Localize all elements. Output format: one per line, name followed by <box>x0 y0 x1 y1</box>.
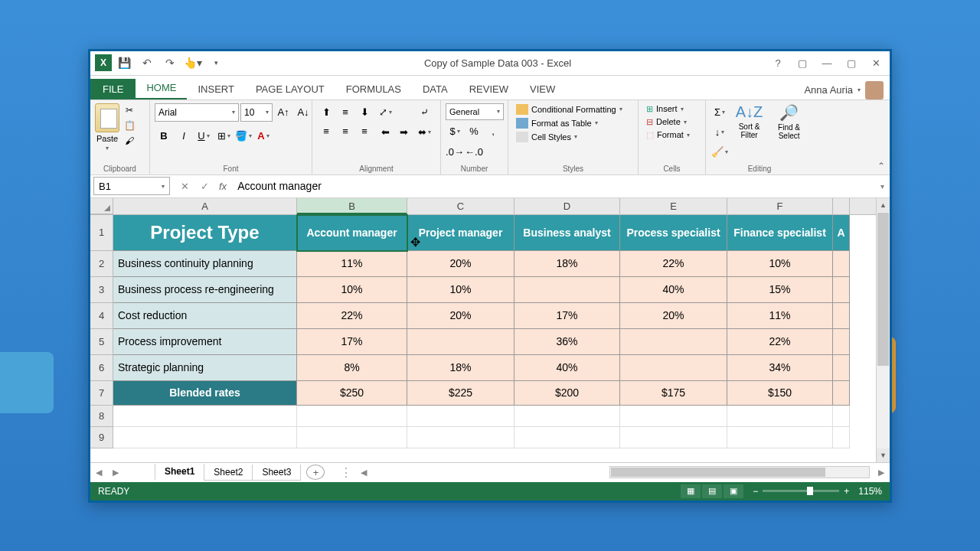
decrease-font-icon[interactable]: A↓ <box>294 103 312 122</box>
data-cell[interactable]: $200 <box>514 381 620 406</box>
data-cell[interactable] <box>833 277 850 303</box>
column-header-partial[interactable] <box>833 198 850 214</box>
increase-font-icon[interactable]: A↑ <box>274 103 292 122</box>
data-cell[interactable]: $225 <box>407 381 514 406</box>
column-header-B[interactable]: B <box>297 198 407 214</box>
data-cell[interactable] <box>620 329 727 355</box>
empty-cell[interactable] <box>407 406 514 427</box>
empty-cell[interactable] <box>297 427 407 448</box>
merge-center-icon[interactable]: ⬌ <box>415 123 433 142</box>
cut-icon[interactable]: ✂ <box>122 103 137 117</box>
data-cell[interactable]: 18% <box>407 355 514 381</box>
align-right-icon[interactable]: ≡ <box>355 122 374 141</box>
zoom-level[interactable]: 115% <box>858 486 882 497</box>
zoom-slider[interactable] <box>763 490 839 492</box>
align-center-icon[interactable]: ≡ <box>336 122 354 141</box>
row-label-cell[interactable]: Strategic planning <box>113 355 297 381</box>
row-header-5[interactable]: 5 <box>90 329 113 355</box>
align-top-icon[interactable]: ⬆ <box>317 103 335 122</box>
data-cell[interactable]: $175 <box>620 381 727 406</box>
data-cell[interactable]: 10% <box>727 251 833 277</box>
delete-cells-button[interactable]: ⊟Delete▾ <box>643 116 693 128</box>
zoom-in-icon[interactable]: + <box>844 486 849 497</box>
header-cell[interactable]: Project manager <box>407 215 514 251</box>
data-cell[interactable]: 34% <box>727 355 833 381</box>
data-cell[interactable]: 18% <box>514 251 620 277</box>
data-cell[interactable]: 10% <box>297 277 407 303</box>
tab-file[interactable]: FILE <box>90 79 136 99</box>
empty-cell[interactable] <box>407 427 514 448</box>
header-cell[interactable]: A <box>833 215 850 251</box>
tab-formulas[interactable]: FORMULAS <box>335 79 412 99</box>
insert-cells-button[interactable]: ⊞Insert▾ <box>643 103 693 115</box>
data-cell[interactable]: 20% <box>620 303 727 329</box>
data-cell[interactable]: 8% <box>297 355 407 381</box>
tab-view[interactable]: VIEW <box>519 79 566 99</box>
empty-cell[interactable] <box>514 427 620 448</box>
row-header-3[interactable]: 3 <box>90 277 113 303</box>
vertical-scrollbar[interactable]: ▲ ▼ <box>876 198 890 462</box>
format-cells-button[interactable]: ⬚Format▾ <box>643 129 693 141</box>
empty-cell[interactable] <box>833 406 850 427</box>
horizontal-scrollbar[interactable] <box>609 466 870 478</box>
font-size-select[interactable]: 10▾ <box>240 103 273 122</box>
empty-cell[interactable] <box>727 406 833 427</box>
column-header-C[interactable]: C <box>407 198 514 214</box>
data-cell[interactable] <box>620 355 727 381</box>
page-break-view-icon[interactable]: ▣ <box>724 484 743 498</box>
decrease-indent-icon[interactable]: ⬅ <box>376 123 394 142</box>
user-account[interactable]: Anna Auria ▾ <box>804 81 890 99</box>
column-header-D[interactable]: D <box>514 198 620 214</box>
data-cell[interactable]: 20% <box>407 303 514 329</box>
fill-icon[interactable]: ↓ <box>710 123 729 142</box>
header-cell[interactable]: Finance specialist <box>727 215 833 251</box>
select-all-corner[interactable] <box>90 198 113 214</box>
enter-formula-icon[interactable]: ✓ <box>196 178 213 194</box>
data-cell[interactable]: $250 <box>297 381 407 406</box>
header-cell[interactable]: Process specialist <box>620 215 727 251</box>
bold-button[interactable]: B <box>155 127 173 145</box>
data-cell[interactable]: 20% <box>407 251 514 277</box>
data-cell[interactable]: $150 <box>727 381 833 406</box>
tab-data[interactable]: DATA <box>412 79 459 99</box>
conditional-formatting-button[interactable]: Conditional Formatting▾ <box>513 103 626 116</box>
border-button[interactable]: ⊞ <box>214 127 233 145</box>
empty-cell[interactable] <box>113 427 297 448</box>
column-header-E[interactable]: E <box>620 198 727 214</box>
maximize-icon[interactable]: ▢ <box>842 55 861 70</box>
font-name-select[interactable]: Arial▾ <box>155 103 239 122</box>
row-header-9[interactable]: 9 <box>90 427 113 448</box>
data-cell[interactable]: 22% <box>297 303 407 329</box>
data-cell[interactable]: 17% <box>297 329 407 355</box>
accounting-format-icon[interactable]: $ <box>446 122 464 141</box>
page-layout-view-icon[interactable]: ▤ <box>702 484 722 498</box>
empty-cell[interactable] <box>833 427 850 448</box>
hscroll-left-icon[interactable]: ◀ <box>355 465 372 480</box>
name-box[interactable]: B1▾ <box>93 177 170 195</box>
undo-icon[interactable]: ↶ <box>136 53 158 73</box>
header-cell[interactable]: Business analyst <box>514 215 620 251</box>
tab-page-layout[interactable]: PAGE LAYOUT <box>245 79 335 99</box>
collapse-ribbon-icon[interactable]: ⌃ <box>877 161 885 171</box>
data-cell[interactable]: 40% <box>620 277 727 303</box>
tab-insert[interactable]: INSERT <box>187 79 244 99</box>
qat-customize-icon[interactable]: ▾ <box>205 53 227 73</box>
increase-decimal-icon[interactable]: .0→ <box>446 143 464 161</box>
decrease-decimal-icon[interactable]: ←.0 <box>465 143 483 161</box>
data-cell[interactable]: 15% <box>727 277 833 303</box>
sheet-tab-1[interactable]: Sheet1 <box>155 464 204 481</box>
close-icon[interactable]: ✕ <box>867 55 885 70</box>
font-color-button[interactable]: A <box>254 127 273 145</box>
scroll-up-icon[interactable]: ▲ <box>877 198 890 212</box>
next-sheet-icon[interactable]: ▶ <box>107 465 124 480</box>
spreadsheet-grid[interactable]: ABCDEF1Project TypeAccount managerProjec… <box>90 198 890 462</box>
data-cell[interactable]: 17% <box>514 303 620 329</box>
clear-icon[interactable]: 🧹 <box>710 143 729 161</box>
data-cell[interactable]: 11% <box>727 303 833 329</box>
cancel-formula-icon[interactable]: ✕ <box>176 178 193 194</box>
align-middle-icon[interactable]: ≡ <box>336 103 354 122</box>
align-left-icon[interactable]: ≡ <box>317 122 335 141</box>
data-cell[interactable]: 11% <box>297 251 407 277</box>
formula-input[interactable] <box>233 177 874 195</box>
paste-button[interactable]: Paste ▾ <box>95 103 119 152</box>
